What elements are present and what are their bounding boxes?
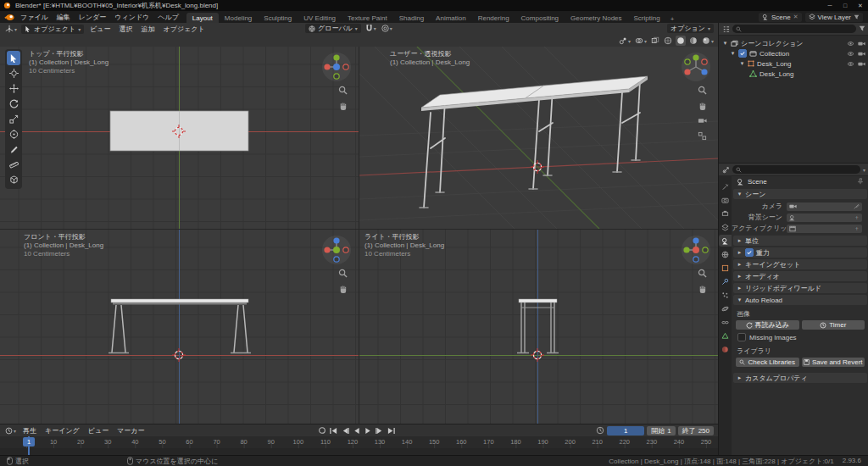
menu-edit[interactable]: 編集 — [53, 13, 75, 22]
tab-render[interactable] — [719, 194, 732, 206]
marker-menu[interactable]: マーカー — [114, 426, 147, 435]
add-menu[interactable]: 追加 — [139, 25, 158, 34]
expand-icon[interactable]: ▾ — [739, 60, 745, 67]
camera-render-icon[interactable] — [858, 41, 865, 47]
snap-toggle[interactable]: ▾ — [364, 25, 377, 32]
shading-material-button[interactable] — [688, 36, 698, 45]
jump-to-start-button[interactable] — [329, 427, 338, 435]
viewport-user[interactable]: ユーザー・透視投影 (1) Collection | Desk_Long — [359, 47, 718, 230]
jump-to-end-button[interactable] — [387, 427, 396, 435]
section-gravity[interactable]: ▸ 重力 — [733, 247, 867, 258]
chevron-down-icon[interactable]: ▾ — [863, 167, 865, 173]
viewport-right[interactable]: ライト・平行投影 (1) Collection | Desk_Long 10 C… — [359, 230, 718, 424]
object-menu[interactable]: オブジェクト — [161, 25, 208, 34]
tab-uv-editing[interactable]: UV Editing — [298, 13, 342, 23]
menu-file[interactable]: ファイル — [16, 13, 53, 22]
auto-keying-toggle[interactable] — [318, 426, 326, 435]
pin-icon[interactable] — [857, 178, 864, 185]
camera-view-icon[interactable] — [698, 116, 707, 125]
tab-shading[interactable]: Shading — [393, 13, 430, 23]
menu-help[interactable]: ヘルプ — [153, 13, 183, 22]
pan-hand-icon[interactable] — [338, 101, 348, 110]
navigation-gizmo[interactable] — [681, 52, 711, 82]
add-cube-tool[interactable] — [7, 173, 20, 187]
properties-editor-icon[interactable] — [722, 166, 730, 174]
move-tool[interactable] — [7, 81, 20, 96]
tab-rendering[interactable]: Rendering — [472, 13, 515, 23]
transform-tool[interactable] — [7, 127, 20, 141]
menu-window[interactable]: ウィンドウ — [110, 13, 153, 22]
blender-logo-icon[interactable] — [4, 14, 14, 21]
tab-animation[interactable]: Animation — [430, 13, 472, 23]
gravity-checkbox[interactable] — [745, 248, 754, 257]
frame-end-field[interactable]: 終了 250 — [678, 426, 714, 435]
viewport-top[interactable]: トップ・平行投影 (1) Collection | Desk_Long 10 C… — [0, 47, 359, 230]
play-button[interactable] — [364, 427, 372, 435]
background-scene-field[interactable]: ＋ — [787, 214, 862, 222]
tab-view-layer[interactable] — [719, 221, 732, 233]
pan-hand-icon[interactable] — [338, 284, 348, 293]
pan-hand-icon[interactable] — [698, 284, 707, 293]
section-rigid-body-world[interactable]: ▸ リジッドボディワールド — [733, 283, 867, 293]
tab-layout[interactable]: Layout — [186, 13, 219, 23]
options-dropdown[interactable]: オプション ▾ — [667, 24, 714, 33]
section-custom-properties[interactable]: ▸ カスタムプロパティ — [733, 373, 867, 383]
select-menu[interactable]: 選択 — [117, 25, 136, 34]
annotate-tool[interactable] — [7, 142, 20, 157]
section-keying-sets[interactable]: ▸ キーイングセット — [733, 259, 867, 269]
next-keyframe-button[interactable] — [375, 427, 384, 435]
section-scene[interactable]: ▾ シーン — [733, 189, 867, 199]
timeline-ruler[interactable]: 0102030405060708090100110120130140150160… — [0, 436, 718, 448]
tab-tool[interactable] — [719, 180, 732, 192]
tab-physics[interactable] — [719, 302, 732, 314]
outliner-search-input[interactable] — [732, 25, 856, 33]
new-icon[interactable]: ＋ — [854, 225, 860, 233]
tab-sculpting[interactable]: Sculpting — [258, 13, 298, 23]
section-auto-reload[interactable]: ▾ Auto Reload — [733, 295, 867, 305]
play-reverse-button[interactable] — [353, 427, 361, 435]
tab-output[interactable] — [719, 208, 732, 219]
tab-texture-paint[interactable]: Texture Paint — [342, 13, 393, 23]
reload-button[interactable]: 再読み込み — [736, 320, 799, 330]
save-and-revert-button[interactable]: Save and Revert — [802, 358, 865, 367]
mode-dropdown[interactable]: オブジェクト ▾ — [21, 25, 84, 34]
frame-start-field[interactable]: 開始 1 — [647, 426, 675, 435]
shading-rendered-button[interactable]: ▾ — [701, 36, 715, 45]
expand-icon[interactable]: ▾ — [722, 40, 728, 47]
toggle-ortho-icon[interactable] — [698, 131, 707, 141]
viewport-front[interactable]: フロント・平行投影 (1) Collection | Desk_Long 10 … — [0, 230, 359, 424]
view-menu[interactable]: ビュー — [87, 25, 113, 34]
shading-solid-button[interactable] — [676, 36, 686, 46]
playback-menu[interactable]: 再生 — [20, 426, 39, 435]
zoom-icon[interactable] — [338, 86, 348, 95]
tab-particles[interactable] — [719, 289, 732, 301]
close-button[interactable]: ✕ — [853, 0, 868, 11]
show-gizmo-toggle[interactable]: ▾ — [618, 36, 632, 45]
tab-modeling[interactable]: Modeling — [219, 13, 258, 23]
add-workspace-button[interactable]: + — [666, 15, 679, 23]
collection-checkbox[interactable] — [738, 49, 747, 58]
preview-range-clock-icon[interactable] — [596, 426, 604, 435]
tab-scene[interactable] — [719, 235, 732, 247]
outliner-row-mesh-data[interactable]: Desk_Long — [719, 69, 868, 79]
maximize-button[interactable]: □ — [837, 0, 853, 11]
tab-scripting[interactable]: Scripting — [628, 13, 666, 23]
tab-modifiers[interactable] — [719, 275, 732, 287]
tab-constraints[interactable] — [719, 316, 732, 328]
navigation-gizmo[interactable] — [321, 235, 352, 265]
shading-wireframe-button[interactable] — [663, 36, 673, 45]
tab-object-data[interactable] — [719, 330, 732, 341]
playhead-label[interactable]: 1 — [23, 437, 35, 447]
outliner-editor-icon[interactable] — [722, 25, 730, 33]
show-overlays-toggle[interactable]: ▾ — [634, 36, 648, 45]
camera-field[interactable] — [787, 202, 862, 211]
scene-unlink-icon[interactable]: ✕ — [793, 14, 798, 20]
expand-icon[interactable]: ▾ — [730, 50, 736, 57]
proportional-editing-toggle[interactable]: ▾ — [381, 25, 393, 32]
pan-hand-icon[interactable] — [698, 101, 707, 110]
minimize-button[interactable]: ─ — [822, 0, 837, 11]
eyedropper-icon[interactable] — [854, 203, 860, 209]
tab-material[interactable] — [719, 343, 732, 355]
eye-icon[interactable] — [847, 61, 854, 67]
section-units[interactable]: ▸ 単位 — [733, 236, 867, 246]
